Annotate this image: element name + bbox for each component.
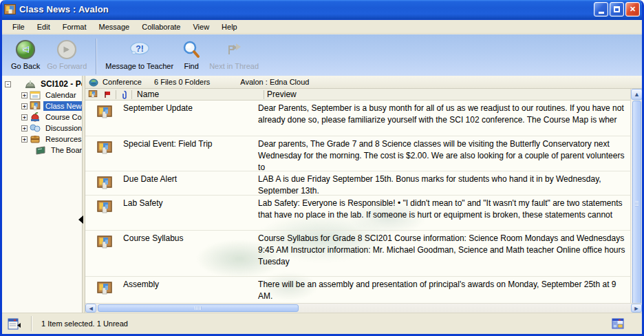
collapse-box[interactable]: -: [5, 81, 11, 87]
name-column-header[interactable]: Name: [132, 90, 264, 99]
status-text: 1 Item selected. 1 Unread: [41, 319, 612, 328]
go-back-label: Go Back: [11, 62, 40, 70]
toolbar-separator: [96, 39, 96, 74]
expand-box[interactable]: +: [21, 103, 28, 109]
flag-column-icon[interactable]: [100, 91, 116, 98]
list-item[interactable]: Lab Safety Lab Safety: Everyone is Respo…: [85, 196, 630, 231]
conference-icon: [88, 77, 100, 87]
item-preview: Dear parents, The Grade 7 and 8 Science …: [258, 136, 630, 171]
sidebar-item-course-content[interactable]: + Course Content: [2, 112, 82, 123]
list-item[interactable]: Course Syllabus Course Syllabus for Grad…: [85, 231, 630, 277]
menu-edit[interactable]: Edit: [31, 21, 56, 33]
collapse-pane-arrow-icon[interactable]: [78, 216, 83, 224]
menu-format[interactable]: Format: [56, 21, 93, 33]
app-window: Class News : Avalon ✕ File Edit Format M…: [0, 0, 644, 336]
sidebar-item-label[interactable]: Course Content: [43, 112, 83, 122]
expand-box[interactable]: +: [21, 114, 28, 120]
item-name[interactable]: September Update: [123, 101, 258, 136]
menu-collaborate[interactable]: Collaborate: [136, 21, 186, 33]
maximize-button[interactable]: [610, 2, 624, 17]
course-content-icon: [30, 112, 41, 123]
bulletin-icon: [85, 277, 123, 300]
course-dome-icon: [25, 79, 36, 90]
list-item[interactable]: Special Event: Field Trip Dear parents, …: [85, 136, 630, 171]
sidebar-item-calendar[interactable]: + Calendar: [2, 90, 82, 101]
find-button[interactable]: Find: [177, 37, 206, 72]
calendar-icon: [30, 90, 41, 101]
sidebar-item-discussions[interactable]: + Discussions: [2, 123, 82, 134]
close-button[interactable]: ✕: [625, 2, 640, 17]
list-item[interactable]: Assembly There will be an assembly and p…: [85, 277, 630, 300]
next-in-thread-icon: [223, 39, 245, 61]
find-icon: [180, 39, 202, 61]
menu-message[interactable]: Message: [93, 21, 136, 33]
app-icon: [4, 4, 16, 14]
sidebar-item-label-selected[interactable]: Class News: [43, 101, 83, 111]
scroll-up-button[interactable]: ▲: [631, 89, 642, 100]
preview-column-header[interactable]: Preview: [264, 90, 642, 99]
menu-bar: File Edit Format Message Collaborate Vie…: [2, 20, 642, 34]
horizontal-scrollbar[interactable]: ◄ ►: [85, 303, 642, 313]
sidebar-item-label[interactable]: Calendar: [43, 90, 78, 100]
pane-toggle-icon[interactable]: [8, 318, 21, 330]
menu-file[interactable]: File: [6, 21, 31, 33]
conference-counts: 6 Files 0 Folders: [154, 78, 210, 86]
conference-type-label: Conference: [103, 78, 142, 86]
title-bar: Class News : Avalon ✕: [0, 0, 644, 20]
message-to-teacher-button[interactable]: ?! Message to Teacher: [102, 37, 177, 72]
minimize-button[interactable]: [594, 2, 608, 17]
sidebar-item-label[interactable]: Resources: [43, 134, 83, 144]
main-content: - SCI102 - Period 2 +: [2, 76, 642, 313]
scroll-right-button[interactable]: ►: [631, 304, 642, 313]
item-name[interactable]: Lab Safety: [123, 196, 258, 230]
go-back-button[interactable]: Go Back: [8, 37, 43, 72]
status-bar: 1 Item selected. 1 Unread: [2, 313, 642, 334]
vertical-scrollbar[interactable]: ▲ ▼: [630, 89, 642, 303]
expand-box[interactable]: +: [21, 92, 28, 98]
go-forward-button[interactable]: Go Forward: [43, 37, 90, 72]
sidebar-item-resources[interactable]: + Resources: [2, 134, 82, 145]
find-label: Find: [184, 62, 198, 70]
toolbar: Go Back Go Forward ?! Message to Teacher: [2, 34, 642, 76]
vertical-scroll-thumb[interactable]: [632, 101, 641, 307]
item-name[interactable]: Course Syllabus: [123, 231, 258, 276]
expand-box[interactable]: +: [21, 136, 28, 143]
item-type-column-icon[interactable]: [85, 90, 100, 98]
list-item[interactable]: September Update Dear Parents, September…: [85, 101, 630, 136]
class-news-icon: [30, 101, 41, 112]
attachment-column-icon[interactable]: [116, 90, 131, 99]
item-name[interactable]: Special Event: Field Trip: [123, 136, 258, 171]
resources-icon: [30, 134, 41, 145]
tree-root-sci102[interactable]: - SCI102 - Period 2: [2, 78, 82, 90]
go-back-icon: [14, 39, 36, 61]
message-rows: September Update Dear Parents, September…: [85, 101, 642, 313]
discussions-icon: [30, 123, 41, 134]
expand-box[interactable]: +: [21, 125, 28, 132]
conference-info-bar: Conference 6 Files 0 Folders Avalon : Ed…: [85, 76, 642, 89]
sidebar-item-class-news[interactable]: + Class News: [2, 101, 82, 112]
status-separator: [31, 316, 32, 331]
conference-location: Avalon : Edna Cloud: [240, 78, 309, 86]
sidebar-item-label[interactable]: The Board: [49, 145, 83, 155]
tree-root-label[interactable]: SCI102 - Period 2: [39, 78, 83, 90]
svg-text:?!: ?!: [136, 44, 144, 54]
item-preview: Lab Safety: Everyone is Responsible! • "…: [258, 196, 630, 230]
next-in-thread-button[interactable]: Next in Thread: [206, 37, 262, 72]
item-name[interactable]: Assembly: [123, 277, 258, 300]
sidebar-item-the-board[interactable]: The Board: [2, 145, 82, 156]
message-list-panel: Conference 6 Files 0 Folders Avalon : Ed…: [85, 76, 642, 313]
bulletin-icon: [85, 196, 123, 230]
sidebar-tree: - SCI102 - Period 2 +: [2, 76, 83, 313]
item-preview: Course Syllabus for Grade 8 SCI201 Cours…: [258, 231, 630, 276]
sidebar-item-label[interactable]: Discussions: [43, 123, 83, 133]
menu-help[interactable]: Help: [215, 21, 244, 33]
bulletin-icon: [85, 171, 123, 195]
horizontal-scroll-thumb[interactable]: [98, 304, 299, 312]
go-forward-icon: [56, 39, 78, 61]
scroll-left-button[interactable]: ◄: [85, 304, 96, 313]
split-view-icon[interactable]: [612, 318, 624, 329]
item-name[interactable]: Due Date Alert: [123, 171, 258, 195]
message-to-teacher-icon: ?!: [129, 39, 151, 61]
list-item[interactable]: Due Date Alert LAB A is due Friday Septe…: [85, 171, 630, 196]
menu-view[interactable]: View: [186, 21, 215, 33]
